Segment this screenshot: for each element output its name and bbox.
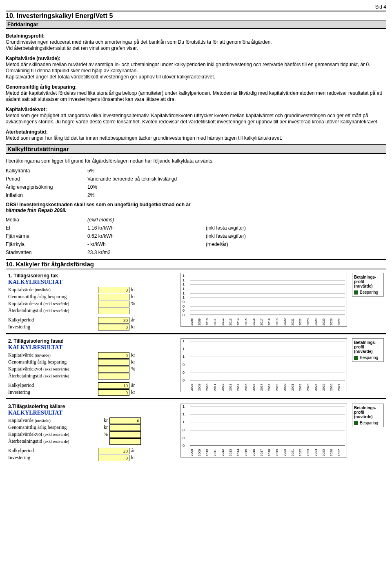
unit: kr xyxy=(129,389,143,395)
y-tick: 1 xyxy=(183,274,185,278)
label: Kapitalvärdekvot xyxy=(8,366,42,372)
y-tick: 1 xyxy=(183,347,185,351)
value-box: 0 xyxy=(98,352,129,359)
y-tick: 0 xyxy=(183,304,185,308)
unit: år xyxy=(129,382,143,388)
x-tick: 2023 xyxy=(306,446,314,456)
text: Metod som ger möjlighet att rangordna ol… xyxy=(6,113,379,125)
label: Återbetalningstid xyxy=(8,438,42,444)
x-tick: 2023 xyxy=(306,381,314,391)
value-box: 0 xyxy=(98,389,129,396)
x-tick: 2015 xyxy=(244,316,252,326)
chart-3: 1110002008200920102011201220132014201520… xyxy=(180,404,347,457)
x-tick: 2024 xyxy=(314,446,322,456)
y-tick: 1 xyxy=(183,404,185,408)
x-tick: 2024 xyxy=(314,381,322,391)
x-tick: 2026 xyxy=(330,381,337,391)
sublabel: (exkl restvärde) xyxy=(43,439,69,444)
sublabel: (nuvärde) xyxy=(35,353,51,357)
x-tick: 2018 xyxy=(267,316,275,326)
y-tick: 1 xyxy=(183,412,185,416)
label: Kalkylperiod xyxy=(8,382,98,388)
y-tick: 0 xyxy=(183,444,185,448)
page-number: Sid 4 xyxy=(6,4,386,10)
x-tick: 2016 xyxy=(252,446,260,456)
x-tick: 2026 xyxy=(330,316,337,326)
y-tick: 0 xyxy=(183,428,185,432)
x-tick: 2014 xyxy=(236,316,244,326)
legend-label: Besparing xyxy=(360,355,378,360)
value-box: 20 xyxy=(98,448,129,454)
value: 2% xyxy=(87,192,206,198)
x-tick: 2017 xyxy=(260,446,267,456)
legend-swatch-icon xyxy=(354,421,358,425)
unit: % xyxy=(129,301,143,307)
value-box: 0 xyxy=(98,455,129,461)
x-tick: 2010 xyxy=(205,381,213,391)
intro-text: I beräkningarna som ligger till grund fö… xyxy=(6,158,386,164)
value-box xyxy=(98,294,129,300)
paragraph-kapitalvarde: Kapitalvärde (nuvärde): Metod där skilln… xyxy=(6,56,386,80)
x-tick: 2026 xyxy=(330,446,337,456)
x-tick: 2017 xyxy=(260,316,267,326)
x-tick: 2010 xyxy=(205,446,213,456)
section-header-kalkylforutsattningar: Kalkylförutsättningar xyxy=(6,144,386,154)
x-tick: 2027 xyxy=(337,446,345,456)
x-tick: 2010 xyxy=(205,316,213,326)
unit: kr xyxy=(129,287,143,293)
x-tick: 2013 xyxy=(229,381,236,391)
label: Kapitalvärde xyxy=(8,287,33,292)
label: Inflation xyxy=(6,192,87,198)
heading-genomsnittlig: Genomsnittlig årlig besparing: xyxy=(6,84,77,90)
label: Kapitalvärdekvot xyxy=(8,431,42,437)
value: 5% xyxy=(87,168,206,174)
sublabel: (exkl restvärde) xyxy=(43,374,69,378)
y-tick: 1 xyxy=(183,420,185,424)
label: Investering xyxy=(8,455,98,461)
label: Kalkylränta xyxy=(6,168,87,174)
y-tick: 0 xyxy=(183,436,185,440)
x-tick: 2020 xyxy=(283,381,291,391)
calc-card-2: 2. Tillägsisolering fasad KALKYLRESULTAT… xyxy=(6,335,386,398)
y-tick: 1 xyxy=(183,355,185,359)
text: Metod där skillnaden mellan nuvärdet av … xyxy=(6,62,370,74)
unit: % xyxy=(129,366,143,372)
unit: kr xyxy=(129,359,143,365)
value-box: 30 xyxy=(98,317,129,324)
value: (exkl moms) xyxy=(87,217,206,223)
y-tick: 1 xyxy=(183,339,185,343)
label: Investering xyxy=(8,389,98,395)
y-tick: 0 xyxy=(183,308,185,312)
y-tick: 0 xyxy=(183,370,185,375)
heading-aterbetalningstid: Återbetalningstid: xyxy=(6,129,48,135)
text: Grundinvesteringen reducerat med ränta o… xyxy=(6,39,272,45)
label: El xyxy=(6,225,87,231)
legend-title: Betalnings-profil (nuvärde) xyxy=(354,406,382,419)
label: Period xyxy=(6,176,87,182)
value-box: 0 xyxy=(109,417,141,424)
page-title: 10. Investeringskalkyl EnergiVett 5 xyxy=(6,11,386,20)
heading-betalningsprofil: Betalningsprofil: xyxy=(6,33,45,39)
label: Kapitalvärde xyxy=(8,417,33,423)
text: Metod där kapitalvärdet fördelas med lik… xyxy=(6,90,382,102)
sublabel: (exkl restvärde) xyxy=(43,432,69,437)
calc-card-1: 1. Tillägsisolering tak KALKYLRESULTAT K… xyxy=(6,270,386,333)
assumptions-table: Kalkylränta5% PeriodVarierande beroende … xyxy=(6,167,386,257)
divider xyxy=(6,398,386,399)
value-box xyxy=(98,308,129,314)
card-heading: KALKYLRESULTAT xyxy=(8,279,176,286)
x-tick: 2025 xyxy=(322,446,330,456)
value: 10% xyxy=(87,184,206,190)
chart-2: 1110002008200920102011201220132014201520… xyxy=(180,338,347,392)
x-tick: 2012 xyxy=(221,381,229,391)
x-tick: 2020 xyxy=(283,316,291,326)
value-box xyxy=(109,438,141,445)
x-tick: 2008 xyxy=(190,381,198,391)
note-bold: OBS! Investeringskostnaden skall ses som… xyxy=(6,202,386,208)
calc-card-3: 3.Tillägsisolering källare KALKYLRESULTA… xyxy=(6,400,386,464)
x-tick: 2025 xyxy=(322,316,330,326)
paragraph-kapitalvardekvot: Kapitalvärdekvot: Metod som ger möjlighe… xyxy=(6,107,386,125)
y-tick: 1 xyxy=(183,282,185,286)
chart-1: 1111110000200820092010201120122013201420… xyxy=(180,273,347,327)
text: Metod som anger hur lång tid det tar inn… xyxy=(6,135,282,141)
